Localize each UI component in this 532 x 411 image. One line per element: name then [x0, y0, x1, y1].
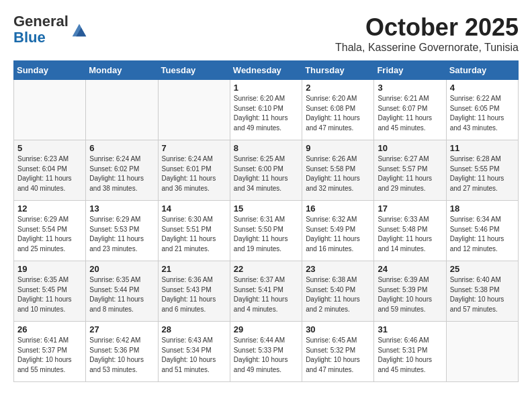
calendar-cell: 2Sunrise: 6:20 AM Sunset: 6:08 PM Daylig… — [302, 80, 374, 140]
day-number: 30 — [306, 324, 370, 334]
day-info: Sunrise: 6:42 AM Sunset: 5:36 PM Dayligh… — [89, 336, 154, 375]
day-info: Sunrise: 6:26 AM Sunset: 5:58 PM Dayligh… — [306, 154, 370, 193]
day-number: 21 — [162, 264, 226, 274]
logo-icon — [70, 20, 89, 39]
day-number: 11 — [450, 143, 515, 153]
calendar-table: SundayMondayTuesdayWednesdayThursdayFrid… — [13, 60, 519, 382]
day-number: 31 — [378, 324, 442, 334]
day-info: Sunrise: 6:45 AM Sunset: 5:32 PM Dayligh… — [306, 336, 370, 375]
month-title: October 2025 — [335, 13, 519, 42]
day-number: 20 — [89, 264, 154, 274]
calendar-week-row: 5Sunrise: 6:23 AM Sunset: 6:04 PM Daylig… — [14, 140, 519, 201]
day-info: Sunrise: 6:35 AM Sunset: 5:45 PM Dayligh… — [17, 275, 82, 314]
calendar-week-row: 1Sunrise: 6:20 AM Sunset: 6:10 PM Daylig… — [14, 80, 519, 140]
day-number: 27 — [89, 324, 154, 334]
day-info: Sunrise: 6:20 AM Sunset: 6:08 PM Dayligh… — [306, 94, 370, 133]
calendar-cell: 11Sunrise: 6:28 AM Sunset: 5:55 PM Dayli… — [446, 140, 518, 201]
day-number: 9 — [306, 143, 370, 153]
calendar-cell: 28Sunrise: 6:43 AM Sunset: 5:34 PM Dayli… — [158, 322, 230, 382]
calendar-cell: 6Sunrise: 6:24 AM Sunset: 6:02 PM Daylig… — [86, 140, 158, 201]
day-info: Sunrise: 6:39 AM Sunset: 5:39 PM Dayligh… — [378, 275, 442, 314]
day-number: 26 — [17, 324, 82, 334]
calendar-week-row: 19Sunrise: 6:35 AM Sunset: 5:45 PM Dayli… — [14, 261, 519, 322]
calendar-cell: 23Sunrise: 6:38 AM Sunset: 5:40 PM Dayli… — [302, 261, 374, 322]
calendar-cell: 30Sunrise: 6:45 AM Sunset: 5:32 PM Dayli… — [302, 322, 374, 382]
calendar-cell: 4Sunrise: 6:22 AM Sunset: 6:05 PM Daylig… — [446, 80, 518, 140]
day-info: Sunrise: 6:43 AM Sunset: 5:34 PM Dayligh… — [162, 336, 226, 375]
day-info: Sunrise: 6:38 AM Sunset: 5:40 PM Dayligh… — [306, 275, 370, 314]
day-number: 12 — [17, 203, 82, 214]
day-info: Sunrise: 6:23 AM Sunset: 6:04 PM Dayligh… — [17, 154, 82, 193]
day-number: 15 — [234, 203, 298, 214]
day-info: Sunrise: 6:35 AM Sunset: 5:44 PM Dayligh… — [89, 275, 154, 314]
day-info: Sunrise: 6:29 AM Sunset: 5:53 PM Dayligh… — [89, 215, 154, 254]
day-number: 1 — [234, 83, 298, 93]
day-number: 14 — [162, 203, 226, 214]
logo-general: General — [13, 13, 69, 30]
weekday-header-cell: Tuesday — [158, 61, 230, 80]
calendar-cell — [446, 322, 518, 382]
day-info: Sunrise: 6:24 AM Sunset: 6:01 PM Dayligh… — [162, 154, 226, 193]
day-number: 7 — [162, 143, 226, 153]
day-info: Sunrise: 6:21 AM Sunset: 6:07 PM Dayligh… — [378, 94, 442, 133]
day-number: 29 — [234, 324, 298, 334]
day-info: Sunrise: 6:34 AM Sunset: 5:46 PM Dayligh… — [450, 215, 515, 254]
logo-blue: Blue — [13, 29, 46, 46]
location-title: Thala, Kasserine Governorate, Tunisia — [335, 42, 519, 54]
weekday-header-cell: Saturday — [446, 61, 518, 80]
day-info: Sunrise: 6:32 AM Sunset: 5:49 PM Dayligh… — [306, 215, 370, 254]
weekday-header-cell: Friday — [374, 61, 446, 80]
day-info: Sunrise: 6:24 AM Sunset: 6:02 PM Dayligh… — [89, 154, 154, 193]
calendar-cell — [86, 80, 158, 140]
day-number: 22 — [234, 264, 298, 274]
logo: General Blue — [13, 13, 89, 46]
day-number: 5 — [17, 143, 82, 153]
day-info: Sunrise: 6:46 AM Sunset: 5:31 PM Dayligh… — [378, 336, 442, 375]
day-number: 16 — [306, 203, 370, 214]
day-info: Sunrise: 6:41 AM Sunset: 5:37 PM Dayligh… — [17, 336, 82, 375]
calendar-cell: 1Sunrise: 6:20 AM Sunset: 6:10 PM Daylig… — [230, 80, 302, 140]
calendar-cell: 9Sunrise: 6:26 AM Sunset: 5:58 PM Daylig… — [302, 140, 374, 201]
calendar-cell: 17Sunrise: 6:33 AM Sunset: 5:48 PM Dayli… — [374, 201, 446, 261]
day-number: 6 — [89, 143, 154, 153]
calendar-cell: 19Sunrise: 6:35 AM Sunset: 5:45 PM Dayli… — [14, 261, 86, 322]
calendar-cell: 29Sunrise: 6:44 AM Sunset: 5:33 PM Dayli… — [230, 322, 302, 382]
day-number: 23 — [306, 264, 370, 274]
calendar-cell: 26Sunrise: 6:41 AM Sunset: 5:37 PM Dayli… — [14, 322, 86, 382]
day-number: 8 — [234, 143, 298, 153]
day-info: Sunrise: 6:33 AM Sunset: 5:48 PM Dayligh… — [378, 215, 442, 254]
day-info: Sunrise: 6:30 AM Sunset: 5:51 PM Dayligh… — [162, 215, 226, 254]
calendar-cell: 12Sunrise: 6:29 AM Sunset: 5:54 PM Dayli… — [14, 201, 86, 261]
day-number: 17 — [378, 203, 442, 214]
calendar-cell: 5Sunrise: 6:23 AM Sunset: 6:04 PM Daylig… — [14, 140, 86, 201]
day-info: Sunrise: 6:44 AM Sunset: 5:33 PM Dayligh… — [234, 336, 298, 375]
calendar-cell: 7Sunrise: 6:24 AM Sunset: 6:01 PM Daylig… — [158, 140, 230, 201]
calendar-body: 1Sunrise: 6:20 AM Sunset: 6:10 PM Daylig… — [14, 80, 519, 382]
day-number: 19 — [17, 264, 82, 274]
calendar-cell: 25Sunrise: 6:40 AM Sunset: 5:38 PM Dayli… — [446, 261, 518, 322]
day-info: Sunrise: 6:20 AM Sunset: 6:10 PM Dayligh… — [234, 94, 298, 133]
day-info: Sunrise: 6:22 AM Sunset: 6:05 PM Dayligh… — [450, 94, 515, 133]
weekday-header-cell: Monday — [86, 61, 158, 80]
day-number: 18 — [450, 203, 515, 214]
day-info: Sunrise: 6:28 AM Sunset: 5:55 PM Dayligh… — [450, 154, 515, 193]
calendar-week-row: 26Sunrise: 6:41 AM Sunset: 5:37 PM Dayli… — [14, 322, 519, 382]
weekday-header-cell: Thursday — [302, 61, 374, 80]
calendar-cell: 24Sunrise: 6:39 AM Sunset: 5:39 PM Dayli… — [374, 261, 446, 322]
day-number: 10 — [378, 143, 442, 153]
calendar-cell: 22Sunrise: 6:37 AM Sunset: 5:41 PM Dayli… — [230, 261, 302, 322]
day-info: Sunrise: 6:25 AM Sunset: 6:00 PM Dayligh… — [234, 154, 298, 193]
calendar-cell — [158, 80, 230, 140]
day-number: 13 — [89, 203, 154, 214]
calendar-cell: 15Sunrise: 6:31 AM Sunset: 5:50 PM Dayli… — [230, 201, 302, 261]
day-number: 3 — [378, 83, 442, 93]
calendar-cell: 13Sunrise: 6:29 AM Sunset: 5:53 PM Dayli… — [86, 201, 158, 261]
calendar-cell: 20Sunrise: 6:35 AM Sunset: 5:44 PM Dayli… — [86, 261, 158, 322]
day-info: Sunrise: 6:36 AM Sunset: 5:43 PM Dayligh… — [162, 275, 226, 314]
day-number: 4 — [450, 83, 515, 93]
weekday-header-cell: Sunday — [14, 61, 86, 80]
weekday-header-cell: Wednesday — [230, 61, 302, 80]
calendar-cell: 10Sunrise: 6:27 AM Sunset: 5:57 PM Dayli… — [374, 140, 446, 201]
day-info: Sunrise: 6:29 AM Sunset: 5:54 PM Dayligh… — [17, 215, 82, 254]
day-info: Sunrise: 6:37 AM Sunset: 5:41 PM Dayligh… — [234, 275, 298, 314]
